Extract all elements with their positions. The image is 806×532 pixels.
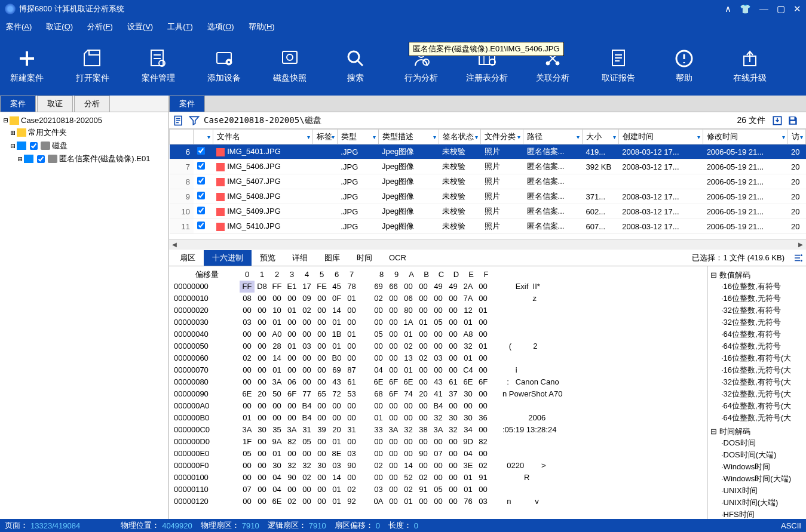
- bottom-tab-1[interactable]: 十六进制: [204, 250, 252, 266]
- report-icon[interactable]: [173, 115, 185, 127]
- save-icon[interactable]: [787, 115, 799, 127]
- row-checkbox[interactable]: [197, 162, 205, 170]
- col-header-8[interactable]: 大小▾: [583, 130, 619, 144]
- row-checkbox[interactable]: [197, 192, 205, 199]
- hex-row[interactable]: 0000012000006E02000001920A00010000007603…: [174, 496, 703, 508]
- table-row[interactable]: 11IMG_5410.JPG.JPGJpeg图像未校验照片匿名信案...607.…: [170, 219, 806, 234]
- table-row[interactable]: 6IMG_5401.JPG.JPGJpeg图像未校验照片匿名信案...419..…: [170, 144, 806, 159]
- toolbar-btn-1[interactable]: 打开案件: [72, 48, 114, 84]
- hex-row[interactable]: 000000F000003032323003900200140000003E02…: [174, 460, 703, 472]
- table-row[interactable]: 8IMG_5407.JPG.JPGJpeg图像未校验照片匿名信案...2006-…: [170, 174, 806, 189]
- menu-item-6[interactable]: 帮助(H): [249, 21, 275, 32]
- close-icon[interactable]: ✕: [793, 4, 801, 14]
- filter-icon[interactable]: [188, 115, 200, 127]
- toolbar-btn-0[interactable]: 新建案件: [6, 48, 48, 84]
- decode-item[interactable]: ·16位整数,无符号: [710, 293, 804, 305]
- toolbar-btn-8[interactable]: 关联分析: [532, 48, 574, 84]
- decode-item[interactable]: ·32位整数,有符号(大: [710, 376, 804, 388]
- bottom-tab-2[interactable]: 预览: [252, 250, 284, 266]
- col-header-6[interactable]: 文件分类▾: [481, 130, 523, 144]
- shirt-icon[interactable]: 👕: [740, 4, 751, 14]
- maximize-icon[interactable]: ▢: [777, 4, 785, 14]
- col-header-3[interactable]: 类型▾: [337, 130, 378, 144]
- row-checkbox[interactable]: [197, 177, 205, 184]
- hex-row[interactable]: 000000B001000000B40000000100000032303036…: [174, 412, 703, 424]
- decode-item[interactable]: ·UNIX时间: [710, 485, 804, 497]
- toolbar-btn-7[interactable]: 注册表分析: [466, 48, 508, 84]
- tree-common-folder[interactable]: ⊞ 常用文件夹: [2, 126, 166, 139]
- hex-row[interactable]: 00000060020014000000B0000000130203000100: [174, 352, 703, 364]
- bottom-tab-3[interactable]: 详细: [284, 250, 316, 266]
- sidebar-tab-0[interactable]: 案件: [0, 96, 36, 112]
- toolbar-btn-11[interactable]: 在线升级: [729, 48, 771, 84]
- hex-row[interactable]: 000000906E20506F77657253686F742041373000…: [174, 388, 703, 400]
- decode-item[interactable]: ·32位整数,无符号(大: [710, 388, 804, 400]
- collapse-icon[interactable]: ⊟: [10, 142, 17, 150]
- hex-row[interactable]: 000000D01F009A82050001000000000000009D82: [174, 436, 703, 448]
- tree-case-root[interactable]: ⊟ Case20210818-202005: [2, 115, 166, 126]
- hex-row[interactable]: 0000008000003A06000043616E6F6E0043616E6F…: [174, 376, 703, 388]
- decode-item[interactable]: ·DOS时间: [710, 437, 804, 449]
- bottom-tab-5[interactable]: 时间: [348, 250, 381, 266]
- decode-group-header[interactable]: ⊟ 时间解码: [710, 426, 804, 437]
- toolbar-btn-9[interactable]: 取证报告: [597, 48, 639, 84]
- tree-checkbox[interactable]: [30, 142, 38, 150]
- hex-row[interactable]: 0000011007000400000001020300029105000100: [174, 484, 703, 496]
- col-header-10[interactable]: 修改时间▾: [703, 130, 787, 144]
- toolbar-btn-6[interactable]: 行为分析: [400, 48, 442, 84]
- decode-item[interactable]: ·UNIX时间(大端): [710, 497, 804, 509]
- decode-item[interactable]: ·Windows时间(大端): [710, 473, 804, 485]
- hex-row[interactable]: 000000700000010000006987040001000000C400…: [174, 364, 703, 376]
- pin-icon[interactable]: ∧: [725, 4, 731, 14]
- scroll-right-icon[interactable]: ►: [795, 240, 806, 249]
- row-checkbox[interactable]: [197, 207, 205, 214]
- sidebar-tab-1[interactable]: 取证: [37, 96, 73, 112]
- row-checkbox[interactable]: [197, 147, 205, 155]
- decode-item[interactable]: ·64位整数,无符号: [710, 340, 804, 352]
- decode-item[interactable]: ·32位整数,无符号: [710, 316, 804, 328]
- menu-item-1[interactable]: 取证(Q): [46, 21, 73, 32]
- bottom-tab-6[interactable]: OCR: [381, 251, 415, 265]
- decode-group-header[interactable]: ⊟ 数值解码: [710, 270, 804, 281]
- toolbar-btn-3[interactable]: 添加设备: [203, 48, 245, 84]
- hex-row[interactable]: 000000A000000000B400000000000000B4000000: [174, 400, 703, 412]
- tree-disk[interactable]: ⊟ 磁盘: [2, 139, 166, 152]
- col-header-1[interactable]: 文件名▾: [213, 130, 313, 144]
- tab-case[interactable]: 案件: [169, 96, 205, 112]
- toolbar-btn-2[interactable]: 案件管理: [137, 48, 179, 84]
- h-scrollbar[interactable]: ◄ ►: [169, 239, 806, 250]
- toolbar-btn-10[interactable]: 帮助: [663, 48, 705, 84]
- expand-icon[interactable]: ⊞: [10, 128, 17, 137]
- minimize-icon[interactable]: —: [759, 4, 768, 14]
- hex-row[interactable]: 0000010000000490020014000000520200000191…: [174, 472, 703, 484]
- tree-checkbox[interactable]: [37, 155, 45, 163]
- hex-main[interactable]: 偏移量 0123456789ABCDEF 00000000FFD8FFE117F…: [169, 266, 707, 519]
- row-checkbox[interactable]: [197, 222, 205, 229]
- col-header-9[interactable]: 创建时间▾: [618, 130, 703, 144]
- sidebar-tab-2[interactable]: 分析: [74, 96, 110, 112]
- col-header-11[interactable]: 访▾: [787, 130, 805, 144]
- menu-item-3[interactable]: 设置(V): [127, 21, 153, 32]
- hex-row[interactable]: 000000C03A30353A31392031333A32383A323400…: [174, 424, 703, 436]
- col-header-4[interactable]: 类型描述▾: [378, 130, 439, 144]
- hex-row[interactable]: 00000030030001000000010000001A0105000100: [174, 316, 703, 328]
- col-header-2[interactable]: 标签▾: [313, 130, 337, 144]
- scroll-left-icon[interactable]: ◄: [169, 240, 180, 249]
- hex-row[interactable]: 000000400000A00000001B01050001000000A800: [174, 328, 703, 340]
- expand-icon[interactable]: ⊞: [17, 155, 24, 164]
- hex-row[interactable]: 00000000FFD8FFE117FE45786966000049492A00…: [174, 281, 703, 293]
- settings-icon[interactable]: [793, 253, 804, 263]
- table-row[interactable]: 9IMG_5408.JPG.JPGJpeg图像未校验照片匿名信案...371..…: [170, 189, 806, 204]
- bottom-tab-4[interactable]: 图库: [316, 250, 348, 266]
- decode-item[interactable]: ·DOS时间(大端): [710, 449, 804, 461]
- export-icon[interactable]: [771, 115, 783, 127]
- decode-item[interactable]: ·64位整数,有符号: [710, 328, 804, 340]
- col-header-7[interactable]: 路径▾: [523, 130, 583, 144]
- menu-item-0[interactable]: 案件(A): [6, 21, 32, 32]
- col-rownum[interactable]: [170, 130, 194, 144]
- decode-item[interactable]: ·16位整数,无符号(大: [710, 364, 804, 376]
- menu-item-5[interactable]: 选项(O): [207, 21, 234, 32]
- decode-item[interactable]: ·Windows时间: [710, 461, 804, 473]
- collapse-icon[interactable]: ⊟: [2, 116, 10, 125]
- menu-item-2[interactable]: 分析(F): [87, 21, 113, 32]
